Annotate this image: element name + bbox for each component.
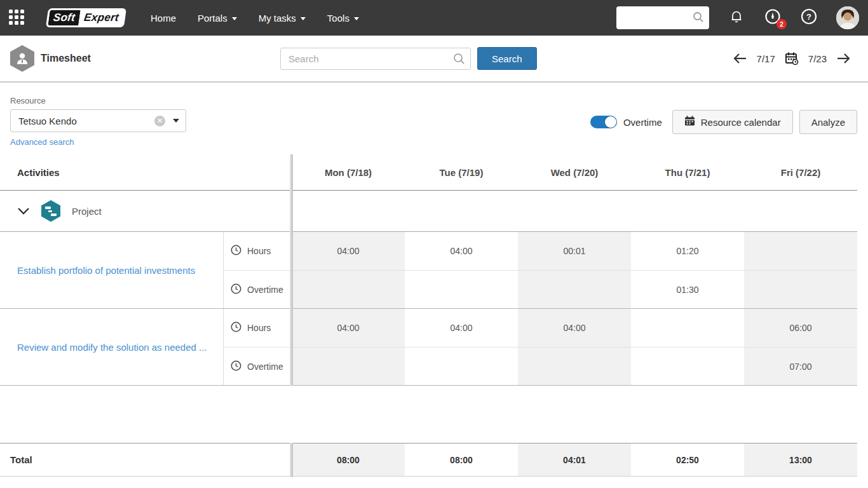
overtime-cell[interactable]: 01:30 — [631, 271, 744, 308]
overtime-toggle-label: Overtime — [623, 117, 662, 128]
overtime-cell[interactable] — [518, 348, 631, 385]
total-label: Total — [0, 444, 292, 476]
main-menu: Home Portals My tasks Tools — [151, 13, 359, 24]
user-avatar[interactable] — [836, 6, 859, 29]
next-week-arrow-icon[interactable] — [836, 53, 851, 64]
hours-cell[interactable]: 04:00 — [292, 232, 405, 270]
overtime-cell[interactable]: 07:00 — [744, 348, 857, 385]
calendar-icon — [684, 116, 695, 128]
notifications-button[interactable] — [728, 9, 745, 27]
overtime-row-label: Overtime — [223, 348, 292, 385]
nav-my-tasks[interactable]: My tasks — [259, 13, 306, 24]
total-cell: 02:50 — [631, 444, 744, 476]
total-row: Total 08:00 08:00 04:01 02:50 13:00 — [0, 443, 857, 477]
overtime-cell[interactable] — [744, 271, 857, 308]
hours-row-label: Hours — [223, 232, 292, 270]
hours-subrow: Hours 04:00 04:00 00:01 01:20 — [223, 232, 857, 270]
table-spacer — [0, 386, 857, 443]
resource-label: Resource — [10, 96, 186, 105]
search-button[interactable]: Search — [477, 47, 537, 70]
analyze-button[interactable]: Analyze — [799, 110, 857, 134]
table-header-row: Activities Mon (7/18) Tue (7/19) Wed (7/… — [0, 154, 857, 191]
hours-cell[interactable]: 00:01 — [518, 232, 631, 270]
hours-cell[interactable]: 04:00 — [405, 232, 518, 270]
timesheet-table: Activities Mon (7/18) Tue (7/19) Wed (7/… — [0, 154, 857, 477]
softexpert-logo[interactable]: SoftExpert — [46, 8, 126, 27]
help-icon: ? — [801, 8, 817, 27]
week-start-date: 7/17 — [757, 53, 775, 64]
overtime-cell[interactable] — [292, 271, 405, 308]
prev-week-arrow-icon[interactable] — [732, 53, 747, 64]
day-header: Mon (7/18) — [292, 167, 405, 178]
collapse-chevron-icon[interactable] — [17, 207, 30, 215]
activity-row: Review and modify the solution as needed… — [0, 309, 857, 386]
overtime-subrow: Overtime 07:00 — [223, 347, 857, 385]
day-header: Tue (7/19) — [405, 167, 518, 178]
performance-button[interactable]: 2 — [764, 9, 782, 27]
day-header: Fri (7/22) — [744, 167, 857, 178]
hours-cell[interactable]: 06:00 — [744, 309, 857, 347]
hours-cell[interactable]: 04:00 — [405, 309, 518, 347]
notification-count-badge: 2 — [776, 19, 787, 29]
nav-tools-label: Tools — [327, 13, 349, 24]
hours-cell[interactable] — [744, 232, 857, 270]
total-cell: 04:01 — [518, 444, 631, 476]
overtime-cell[interactable] — [405, 271, 518, 308]
resource-calendar-label: Resource calendar — [701, 117, 781, 128]
clock-icon — [231, 283, 241, 296]
clock-icon — [231, 360, 241, 373]
timesheet-search-input[interactable] — [280, 48, 471, 70]
chevron-down-icon — [232, 17, 237, 20]
overtime-subrow: Overtime 01:30 — [223, 270, 857, 308]
nav-home-label: Home — [151, 13, 176, 24]
search-icon — [453, 53, 465, 67]
hours-label: Hours — [247, 246, 271, 256]
overtime-cell[interactable] — [405, 348, 518, 385]
logo-soft-text: Soft — [48, 10, 81, 25]
top-navbar: SoftExpert Home Portals My tasks Tools — [0, 0, 868, 36]
column-splitter[interactable] — [290, 154, 293, 386]
activity-link[interactable]: Establish portfolio of potential investm… — [0, 232, 223, 308]
resource-value: Tetsuo Kendo — [18, 116, 154, 126]
logo-expert-text: Expert — [79, 10, 125, 25]
total-cell: 08:00 — [292, 444, 405, 476]
overtime-toggle[interactable] — [590, 116, 617, 128]
hours-row-label: Hours — [223, 309, 292, 347]
nav-home[interactable]: Home — [151, 13, 176, 24]
filters-bar: Resource Tetsuo Kendo ✕ Advanced search … — [0, 83, 868, 154]
project-group-row: Project — [0, 191, 857, 232]
overtime-cell[interactable] — [518, 271, 631, 308]
chevron-down-icon — [354, 17, 359, 20]
overtime-row-label: Overtime — [223, 271, 292, 308]
advanced-search-link[interactable]: Advanced search — [10, 137, 74, 147]
nav-portals-label: Portals — [198, 13, 227, 24]
help-button[interactable]: ? — [800, 9, 818, 27]
project-group-label: Project — [72, 206, 102, 217]
calendar-clock-icon[interactable] — [785, 51, 799, 65]
nav-tools[interactable]: Tools — [327, 13, 359, 24]
total-cell: 08:00 — [405, 444, 518, 476]
hours-cell[interactable]: 04:00 — [292, 309, 405, 347]
resource-calendar-button[interactable]: Resource calendar — [672, 110, 793, 134]
day-header: Wed (7/20) — [518, 167, 631, 178]
overtime-cell[interactable] — [631, 348, 744, 385]
overtime-cell[interactable] — [292, 348, 405, 385]
bell-icon — [729, 9, 744, 27]
resource-select[interactable]: Tetsuo Kendo ✕ — [10, 109, 186, 132]
clock-icon — [231, 245, 241, 257]
analyze-label: Analyze — [811, 117, 845, 128]
activities-header: Activities — [0, 167, 292, 178]
apps-grid-icon[interactable] — [9, 10, 25, 26]
activity-link[interactable]: Review and modify the solution as needed… — [0, 309, 223, 385]
nav-my-tasks-label: My tasks — [259, 13, 296, 24]
hours-cell[interactable]: 01:20 — [631, 232, 744, 270]
hours-subrow: Hours 04:00 04:00 04:00 06:00 — [223, 309, 857, 347]
svg-text:?: ? — [806, 12, 811, 22]
clear-icon[interactable]: ✕ — [154, 116, 165, 126]
timesheet-icon — [10, 45, 34, 72]
hours-cell[interactable]: 04:00 — [518, 309, 631, 347]
column-splitter[interactable] — [290, 443, 293, 477]
toggle-knob — [605, 116, 616, 128]
nav-portals[interactable]: Portals — [198, 13, 237, 24]
hours-cell[interactable] — [631, 309, 744, 347]
